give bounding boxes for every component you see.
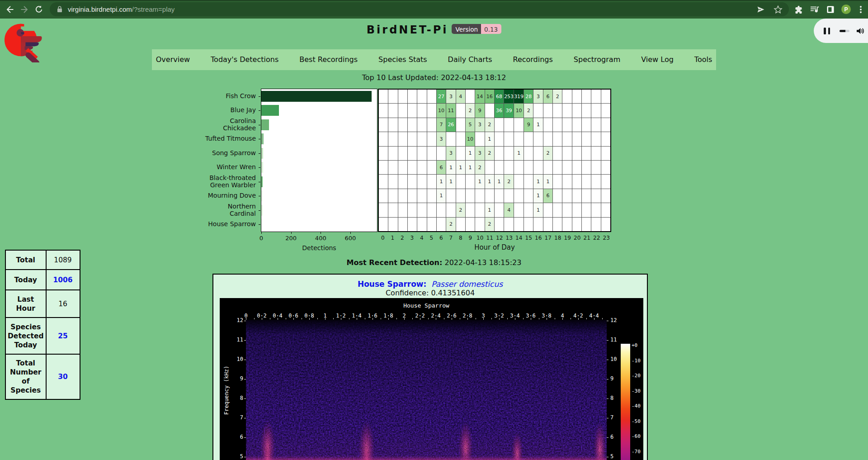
menu-dots-icon[interactable]	[857, 5, 864, 14]
heatmap-cell: 3	[446, 147, 455, 160]
heatmap-cell	[601, 161, 610, 174]
heatmap-cell: 68	[495, 90, 504, 103]
freq-tick-label: 6	[230, 434, 243, 440]
heatmap-cell	[456, 175, 465, 188]
heatmap-cell	[408, 104, 417, 117]
heatmap-cell	[495, 161, 504, 174]
volume-icon[interactable]	[856, 27, 864, 35]
media-controls-icon[interactable]	[810, 5, 820, 14]
heatmap-cell	[562, 175, 571, 188]
profile-avatar[interactable]: P	[841, 5, 851, 14]
heatmap-cell	[572, 132, 581, 146]
stats-value-link[interactable]: 1006	[53, 276, 72, 284]
heatmap-cell	[379, 189, 388, 203]
heatmap-cell	[466, 203, 475, 217]
time-minor-tick	[412, 318, 413, 319]
heatmap-cell	[504, 118, 514, 132]
y-tick	[259, 110, 260, 111]
heatmap-cell: 2	[485, 147, 494, 160]
send-icon[interactable]	[756, 5, 765, 14]
freq-tick	[607, 340, 609, 341]
freq-tick	[244, 340, 246, 341]
heatmap-cell	[582, 189, 591, 203]
hour-tick-label: 12	[494, 235, 505, 241]
heatmap-cell	[437, 147, 446, 160]
heatmap-cell	[456, 118, 465, 132]
heatmap-cell	[417, 203, 426, 217]
nav-item-spectrogram[interactable]: Spectrogram	[563, 49, 631, 70]
heatmap-cell	[408, 90, 417, 103]
heatmap-cell	[398, 189, 407, 203]
species-label: Song Sparrow	[163, 149, 256, 156]
species-label: Blue Jay	[163, 106, 256, 114]
heatmap-cell	[427, 132, 436, 146]
detection-scientific-name: Passer domesticus	[431, 280, 503, 289]
profile-initial: P	[844, 6, 848, 13]
heatmap-cell	[553, 147, 562, 160]
main-nav: OverviewToday's DetectionsBest Recording…	[152, 49, 716, 70]
freq-tick	[607, 360, 609, 360]
heatmap-cell: 2	[553, 90, 562, 103]
seek-slider[interactable]	[840, 30, 849, 32]
time-minor-tick	[586, 318, 587, 319]
bookmark-star-icon[interactable]	[774, 5, 783, 14]
heatmap-cell	[562, 118, 571, 132]
stats-value-link[interactable]: 30	[58, 373, 68, 381]
heatmap-cell	[398, 203, 407, 217]
url-path: /?stream=play	[132, 5, 175, 13]
nav-item-view-log[interactable]: View Log	[631, 49, 684, 70]
extensions-icon[interactable]	[794, 5, 803, 14]
x-tick	[291, 232, 292, 234]
reload-button[interactable]	[33, 3, 45, 16]
freq-tick	[244, 418, 246, 418]
heatmap-cell	[485, 161, 494, 174]
forward-button[interactable]	[18, 3, 31, 16]
heatmap-cell: 6	[437, 161, 446, 174]
y-tick	[259, 96, 260, 97]
heatmap-cell: 253	[504, 90, 514, 103]
heatmap-cell	[582, 90, 591, 103]
freq-tick	[607, 321, 609, 321]
detection-confidence: Confidence: 0.41351604	[213, 289, 647, 297]
heatmap-cell	[388, 189, 397, 203]
heatmap-cell: 2	[485, 218, 494, 231]
audio-player[interactable]	[814, 19, 868, 43]
heatmap-cell	[504, 218, 514, 231]
heatmap-cell	[417, 161, 426, 174]
time-tick	[531, 318, 531, 320]
nav-item-recordings[interactable]: Recordings	[502, 49, 563, 70]
spectrogram-title: House Sparrow	[246, 302, 607, 309]
heatmap-cell	[553, 203, 562, 217]
side-panel-icon[interactable]	[826, 5, 835, 14]
pause-icon[interactable]	[824, 28, 830, 34]
heatmap-cell	[504, 132, 514, 146]
heatmap-cell	[408, 161, 417, 174]
heatmap-cell	[591, 147, 600, 160]
nav-item-today-s-detections[interactable]: Today's Detections	[200, 49, 289, 70]
nav-item-best-recordings[interactable]: Best Recordings	[289, 49, 368, 70]
stats-value-link[interactable]: 25	[58, 332, 68, 340]
heatmap-cell	[398, 147, 407, 160]
heatmap-cell: 36	[495, 104, 504, 117]
heatmap-cell	[514, 203, 524, 217]
heatmap-cell	[514, 218, 524, 231]
lock-icon	[57, 6, 62, 13]
heatmap-cell	[466, 90, 475, 103]
url-bar[interactable]: virginia.birdnetpi.com/?stream=play	[50, 2, 789, 16]
nav-item-daily-charts[interactable]: Daily Charts	[438, 49, 503, 70]
heatmap-cell	[388, 118, 397, 132]
nav-item-species-stats[interactable]: Species Stats	[368, 49, 438, 70]
nav-item-overview[interactable]: Overview	[146, 49, 200, 70]
time-tick	[594, 318, 594, 320]
time-tick	[325, 318, 326, 320]
freq-tick	[244, 437, 246, 438]
heatmap-cell	[601, 147, 610, 160]
heatmap-cell: 1	[514, 147, 524, 160]
hour-tick-label: 18	[552, 235, 563, 241]
bar-mourning-dove	[261, 190, 263, 201]
time-minor-tick	[523, 318, 524, 319]
bar-winter-wren	[261, 162, 263, 173]
x-tick-label: 200	[280, 235, 302, 242]
nav-item-tools[interactable]: Tools	[684, 49, 722, 70]
back-button[interactable]	[4, 3, 16, 16]
